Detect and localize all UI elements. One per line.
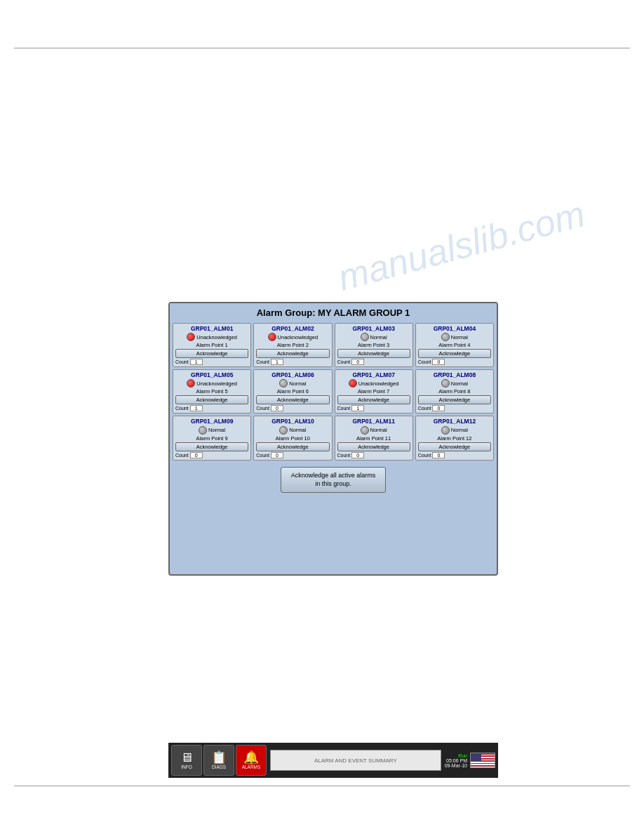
status-time: 05:06 PM: [446, 758, 467, 763]
count-value: 0: [271, 452, 283, 458]
alarm-cell-GRP01_ALM11: GRP01_ALM11NormalAlarm Point 11Acknowled…: [335, 416, 413, 460]
alarm-status-row: Normal: [337, 333, 410, 341]
acknowledge-button[interactable]: Acknowledge: [256, 395, 329, 404]
count-value: 0: [432, 359, 445, 365]
count-row: Count0: [256, 452, 329, 458]
status-indicator-gray: [199, 426, 207, 435]
count-value: 1: [271, 359, 283, 365]
diags-button[interactable]: 📋 DIAGS: [203, 745, 234, 776]
count-row: Count0: [418, 405, 491, 411]
alarm-status-row: Unacknowledged: [337, 379, 410, 388]
alarm-point-label: Alarm Point 7: [358, 388, 389, 395]
alarm-point-label: Alarm Point 6: [277, 388, 309, 395]
status-indicator-red: [187, 333, 195, 341]
alarm-cell-GRP01_ALM06: GRP01_ALM06NormalAlarm Point 6Acknowledg…: [253, 369, 332, 413]
status-text: Unacknowledged: [196, 380, 237, 387]
alarm-status-row: Normal: [256, 379, 329, 388]
alarm-point-label: Alarm Point 12: [437, 435, 471, 442]
alarms-icon: 🔔: [243, 751, 259, 764]
info-button[interactable]: 🖥 INFO: [171, 745, 202, 776]
alarm-id-label: GRP01_ALM12: [434, 418, 476, 425]
status-text: Unacknowledged: [196, 334, 237, 340]
diags-icon: 📋: [211, 751, 227, 764]
count-label: Count: [175, 453, 189, 458]
count-row: Count1: [256, 359, 329, 365]
alarm-panel: Alarm Group: MY ALARM GROUP 1 GRP01_ALM0…: [168, 302, 498, 576]
status-text: Normal: [451, 380, 468, 387]
acknowledge-button[interactable]: Acknowledge: [175, 395, 248, 404]
status-indicator-gray: [361, 333, 369, 341]
alarm-cell-GRP01_ALM01: GRP01_ALM01UnacknowledgedAlarm Point 1Ac…: [173, 323, 251, 367]
status-indicator-gray: [441, 333, 450, 341]
count-row: Count0: [175, 452, 248, 458]
alarm-cell-GRP01_ALM05: GRP01_ALM05UnacknowledgedAlarm Point 5Ac…: [173, 369, 251, 413]
alarm-id-label: GRP01_ALM11: [352, 418, 394, 425]
count-label: Count: [418, 359, 431, 364]
status-text: Normal: [370, 427, 387, 433]
flag-canton: [471, 753, 481, 761]
count-row: Count1: [175, 405, 248, 411]
status-indicator-red: [268, 333, 276, 341]
status-date: 09-Mar-10: [445, 763, 467, 768]
count-row: Count0: [256, 405, 329, 411]
alarm-grid: GRP01_ALM01UnacknowledgedAlarm Point 1Ac…: [170, 321, 497, 463]
diags-label: DIAGS: [212, 764, 226, 769]
status-indicator-red: [187, 379, 195, 388]
count-value: 0: [351, 452, 364, 458]
count-row: Count0: [418, 359, 491, 365]
status-run: Run: [458, 753, 467, 758]
count-label: Count: [175, 406, 189, 411]
acknowledge-button[interactable]: Acknowledge: [418, 442, 491, 451]
alarm-id-label: GRP01_ALM04: [434, 325, 476, 332]
alarm-id-label: GRP01_ALM08: [434, 371, 476, 378]
status-text: Normal: [451, 334, 468, 340]
info-icon: 🖥: [180, 751, 193, 764]
alarm-point-label: Alarm Point 10: [276, 435, 310, 442]
alarm-id-label: GRP01_ALM07: [352, 371, 394, 378]
info-label: INFO: [181, 764, 192, 769]
alarm-id-label: GRP01_ALM06: [271, 371, 314, 378]
alarm-status-row: Normal: [418, 333, 491, 341]
status-indicator-red: [349, 379, 357, 388]
status-info: Run 05:06 PM 09-Mar-10: [445, 753, 467, 768]
alarm-status-row: Normal: [418, 379, 491, 388]
count-value: 0: [351, 359, 364, 365]
acknowledge-button[interactable]: Acknowledge: [256, 442, 329, 451]
count-label: Count: [175, 359, 189, 364]
count-row: Count1: [337, 405, 410, 411]
count-label: Count: [256, 359, 269, 364]
page-background: manualslib.com Alarm Group: MY ALARM GRO…: [0, 0, 644, 834]
count-row: Count1: [175, 359, 248, 365]
status-text: Normal: [289, 380, 306, 387]
acknowledge-button[interactable]: Acknowledge: [337, 442, 410, 451]
count-value: 1: [190, 359, 203, 365]
count-row: Count0: [337, 452, 410, 458]
count-value: 0: [432, 452, 445, 458]
ack-all-container: Acknowledge all active alarmsin this gro…: [170, 463, 497, 496]
alarm-point-label: Alarm Point 11: [356, 435, 391, 442]
alarm-status-row: Normal: [418, 426, 491, 435]
count-value: 1: [190, 405, 203, 411]
alarm-status-row: Normal: [175, 426, 248, 435]
status-text: Unacknowledged: [278, 334, 318, 340]
alarm-status-row: Normal: [256, 426, 329, 435]
alarm-status-row: Unacknowledged: [175, 379, 248, 388]
status-indicator-gray: [441, 379, 450, 388]
acknowledge-button[interactable]: Acknowledge: [418, 395, 491, 404]
alarms-button[interactable]: 🔔 ALARMS: [236, 745, 267, 776]
acknowledge-button[interactable]: Acknowledge: [418, 349, 491, 358]
acknowledge-button[interactable]: Acknowledge: [256, 349, 329, 358]
bottom-divider: [14, 786, 630, 786]
alarm-point-label: Alarm Point 9: [196, 435, 228, 442]
acknowledge-button[interactable]: Acknowledge: [175, 442, 248, 451]
alarm-summary-text: ALARM AND EVENT SUMMARY: [314, 757, 397, 764]
alarms-label: ALARMS: [242, 764, 261, 769]
acknowledge-button[interactable]: Acknowledge: [337, 395, 410, 404]
acknowledge-button[interactable]: Acknowledge: [175, 349, 248, 358]
alarm-cell-GRP01_ALM09: GRP01_ALM09NormalAlarm Point 9Acknowledg…: [173, 416, 251, 460]
ack-all-button[interactable]: Acknowledge all active alarmsin this gro…: [281, 467, 387, 493]
alarm-status-row: Unacknowledged: [175, 333, 248, 341]
alarm-point-label: Alarm Point 4: [438, 342, 470, 348]
count-label: Count: [337, 359, 351, 364]
acknowledge-button[interactable]: Acknowledge: [337, 349, 410, 358]
